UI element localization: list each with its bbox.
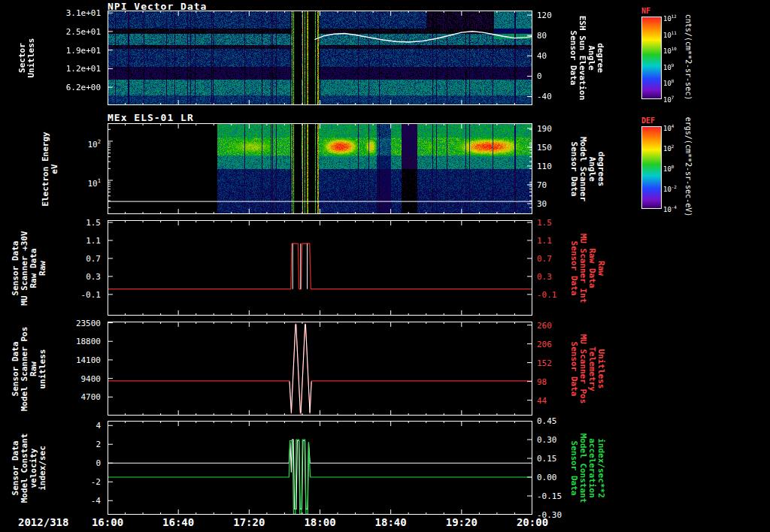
mu-scanner-30v-right-tick: 0.7: [537, 255, 552, 263]
npi-vector-data-left-tick: 3.1e+01: [0, 9, 101, 17]
model-scanner-pos-left-axis-label: Sensor Data Model Scanner Pos Raw unitle…: [11, 322, 47, 416]
model-scanner-pos-raw-trace: [108, 324, 532, 414]
def-colorbar: [641, 126, 662, 209]
model-scanner-pos-right-tick: 44: [537, 397, 547, 405]
model-constant-velocity-left-axis-label: Sensor Data Model Constant velocity inde…: [11, 421, 47, 515]
model-scanner-pos-axes: [108, 322, 532, 416]
tplot-display: NPI Vector Data MEx ELS-01 LR 2012/318 3…: [0, 0, 770, 532]
def-colorbar-tick: 102: [663, 144, 674, 153]
nf-colorbar-tick: 108: [663, 78, 674, 87]
npi-vector-data-right-tick: 40: [537, 52, 547, 60]
npi-vector-data-left-tick: 6.2e+00: [0, 83, 101, 92]
def-colorbar-tick: 100: [663, 164, 674, 173]
x-tick-label: 19:20: [439, 516, 484, 528]
npi-vector-data-panel: [108, 11, 532, 105]
def-colorbar-unit: ergs/(cm**2-sr-sec-eV): [684, 103, 693, 231]
x-tick-label: 16:00: [85, 516, 130, 528]
nf-colorbar: [641, 17, 662, 99]
npi-vector-data-left-tick: 1.9e+01: [0, 47, 101, 55]
mu-scanner-30v-right-tick: 1.5: [537, 219, 552, 227]
npi-vector-data-right-tick: 120: [537, 11, 552, 20]
npi-vector-data-left-tick: 1.2e+01: [0, 65, 101, 73]
model-constant-velocity-panel: [108, 421, 532, 515]
def-colorbar-tick: 10-2: [663, 184, 677, 193]
mu-scanner-30v-right-tick: 1.1: [537, 237, 552, 245]
mu-scanner-30v-right-tick: 0.3: [537, 273, 552, 281]
npi-vector-data-left-axis-label: Sector Unitless: [18, 11, 36, 105]
mex-els-01-lr-right-tick: 30: [537, 200, 547, 208]
def-colorbar-title: DEF: [641, 116, 655, 125]
model-scanner-pos-right-tick: 260: [537, 322, 552, 330]
x-tick-label: 18:40: [368, 516, 414, 528]
mu-scanner-30v-right-axis-label: Raw Raw Data MU Scanner Int Sensor Data: [568, 220, 605, 316]
mex-els-01-lr-right-tick: 70: [537, 181, 547, 189]
def-colorbar-tick: 104: [663, 123, 674, 132]
npi-vector-data-right-tick: -40: [537, 92, 552, 101]
mu-scanner-30v-axes: [108, 220, 532, 316]
nf-colorbar-tick: 109: [663, 62, 674, 71]
model-constant-velocity-right-tick: 0.45: [537, 417, 557, 425]
mex-els-01-lr-right-tick: 190: [537, 125, 552, 133]
mex-els-01-lr-left-axis-label: Electron Energy eV: [41, 123, 59, 214]
model-constant-velocity-right-tick: 0.00: [537, 473, 557, 482]
nf-colorbar-tick: 1011: [663, 30, 677, 39]
mu-scanner-30v-left-axis-label: Sensor Data MU Scanner +30V Raw Data Raw: [11, 220, 47, 316]
nf-colorbar-title: NF: [641, 7, 650, 15]
model-constant-velocity-right-axis-label: index/sec**2 acceleration Model Constant…: [568, 421, 605, 515]
mu-scanner-30v-raw-trace: [108, 243, 532, 289]
npi-vector-data-right-tick: 80: [537, 32, 547, 40]
model-constant-velocity-right-tick: 0.15: [537, 455, 557, 463]
mex-els-01-lr-panel: [108, 123, 532, 214]
nf-colorbar-tick: 1012: [663, 14, 677, 23]
model-constant-velocity-right-tick: -0.15: [537, 492, 562, 500]
npi-vector-data-left-tick: 2.5e+01: [0, 28, 101, 36]
date-label: 2012/318: [18, 516, 68, 528]
npi-vector-data-right-tick: 0: [537, 72, 542, 80]
nf-colorbar-tick: 107: [663, 95, 674, 104]
model-constant-velocity-right-tick: 0.30: [537, 436, 557, 444]
model-constant-velocity-trace: [108, 440, 532, 509]
npi-vector-data-right-axis-label: degree Angle ESH Sun Elevation Sensor Da…: [568, 11, 605, 105]
model-constant-acceleration-trace: [108, 440, 532, 514]
x-tick-label: 18:00: [298, 516, 343, 528]
x-tick-label: 17:20: [226, 516, 271, 528]
esh-sun-elevation-trace: [314, 32, 532, 42]
mu-scanner-30v-panel: [108, 220, 532, 316]
mex-els-01-lr-right-tick: 110: [537, 162, 552, 171]
npi-vector-data-axes: [108, 11, 532, 105]
nf-colorbar-tick: 1010: [663, 46, 677, 55]
model-scanner-pos-right-axis-label: Unitless Telemetry MU Scanner Pos Sensor…: [568, 322, 605, 416]
mu-scanner-30v-right-tick: -0.1: [537, 291, 557, 299]
model-constant-velocity-axes: [108, 421, 532, 515]
panel-els-title: MEx ELS-01 LR: [108, 112, 194, 123]
mex-els-01-lr-axes: [108, 123, 532, 214]
x-tick-label: 20:00: [510, 516, 555, 528]
mex-els-01-lr-right-axis-label: degrees Angle Model Scanner Sensor Data: [568, 123, 605, 214]
mex-els-01-lr-right-tick: 150: [537, 144, 552, 152]
x-tick-label: 16:40: [156, 516, 201, 528]
def-colorbar-tick: 10-4: [663, 204, 677, 213]
model-scanner-pos-right-tick: 152: [537, 359, 552, 367]
model-scanner-pos-right-tick: 98: [537, 378, 547, 386]
model-scanner-pos-panel: [108, 322, 532, 416]
model-scanner-pos-right-tick: 206: [537, 340, 552, 349]
